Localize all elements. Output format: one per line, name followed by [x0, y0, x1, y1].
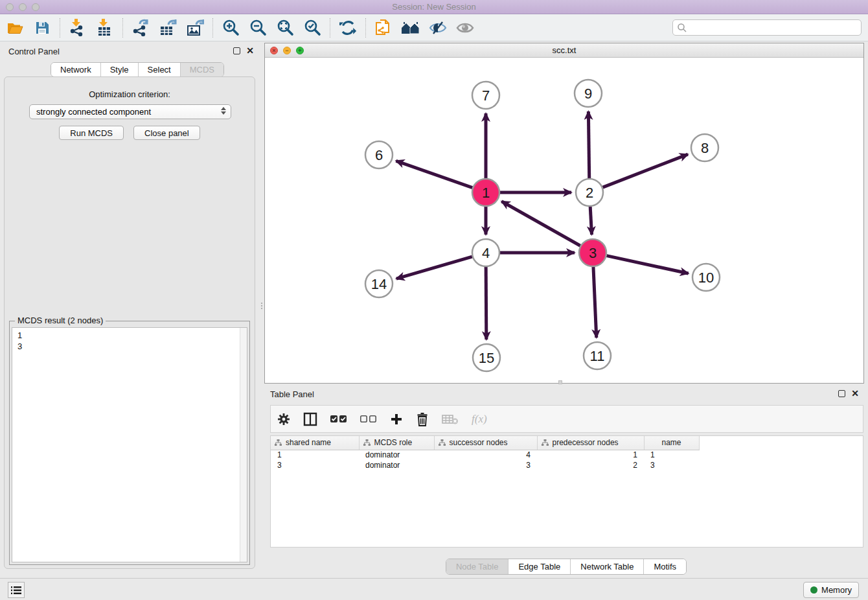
save-session-icon[interactable]	[32, 18, 52, 38]
hide-panel-icon[interactable]	[428, 18, 448, 38]
graph-node-10[interactable]: 10	[692, 264, 720, 291]
cell-successor-nodes[interactable]: 4	[434, 450, 537, 460]
toolbar-separator	[365, 18, 366, 38]
hierarchy-icon	[363, 439, 371, 446]
settings-gear-icon[interactable]	[277, 413, 290, 426]
tab-select[interactable]: Select	[139, 63, 181, 76]
cell-shared-name[interactable]: 3	[271, 460, 359, 470]
column-header-shared-name[interactable]: shared name	[271, 436, 359, 450]
cell-name[interactable]: 1	[644, 450, 699, 460]
graph-node-4[interactable]: 4	[472, 239, 499, 266]
select-all-columns-icon[interactable]	[330, 415, 347, 424]
hierarchy-icon	[542, 439, 549, 446]
graph-node-9[interactable]: 9	[575, 80, 602, 107]
cell-mcds-role[interactable]: dominator	[359, 450, 434, 460]
tab-network-table[interactable]: Network Table	[571, 559, 644, 574]
table-panel-close-icon[interactable]: ✕	[851, 390, 859, 397]
split-columns-icon[interactable]	[303, 412, 317, 426]
control-panel-float-button[interactable]	[233, 47, 240, 54]
unselect-all-columns-icon[interactable]	[360, 415, 377, 424]
network-resize-grip[interactable]	[558, 380, 562, 384]
delete-table-icon[interactable]	[442, 414, 459, 424]
zoom-out-icon[interactable]	[248, 18, 268, 38]
table-panel-float-button[interactable]	[838, 390, 845, 397]
graph-edge-3-1[interactable]	[501, 202, 580, 246]
graph-edge-1-6[interactable]	[396, 161, 472, 187]
function-builder-icon[interactable]: f(x)	[472, 413, 487, 426]
tab-edge-table[interactable]: Edge Table	[508, 559, 571, 574]
tab-mcds[interactable]: MCDS	[181, 63, 223, 76]
graph-edge-3-10[interactable]	[606, 256, 688, 273]
run-mcds-button[interactable]: Run MCDS	[59, 126, 124, 140]
export-image-icon[interactable]	[185, 18, 205, 38]
tab-network[interactable]: Network	[51, 63, 101, 76]
graph-node-14[interactable]: 14	[365, 270, 393, 297]
result-scrollbar[interactable]	[240, 328, 247, 562]
network-canvas[interactable]: 7968124314101511	[265, 58, 863, 383]
graph-edge-2-8[interactable]	[603, 154, 688, 187]
memory-button[interactable]: Memory	[803, 582, 859, 598]
column-header-name[interactable]: name	[644, 436, 699, 450]
graph-node-8[interactable]: 8	[691, 134, 718, 161]
home-panels-icon[interactable]	[401, 18, 420, 38]
import-network-icon[interactable]	[68, 18, 87, 38]
svg-text:7: 7	[482, 87, 490, 104]
graph-node-1[interactable]: 1	[472, 179, 499, 206]
table-row[interactable]: 3 dominator 3 2 3	[271, 460, 699, 470]
svg-text:3: 3	[589, 245, 597, 261]
column-header-predecessor-nodes[interactable]: predecessor nodes	[537, 436, 644, 450]
mcds-panel: Optimization criterion: strongly connect…	[4, 76, 255, 569]
graph-edge-2-3[interactable]	[590, 207, 591, 235]
criterion-select[interactable]: strongly connected component	[29, 104, 231, 119]
graph-node-7[interactable]: 7	[472, 82, 499, 109]
table-row[interactable]: 1 dominator 4 1 1	[271, 450, 699, 460]
column-header-mcds-role[interactable]: MCDS role	[359, 436, 434, 450]
zoom-selected-icon[interactable]	[303, 18, 322, 38]
column-header-successor-nodes[interactable]: successor nodes	[434, 436, 537, 450]
graph-edge-3-11[interactable]	[593, 267, 597, 338]
tab-node-table[interactable]: Node Table	[446, 559, 509, 574]
panel-divider-handle[interactable]	[259, 299, 264, 312]
graph-edge-4-14[interactable]	[396, 257, 472, 279]
control-panel-close-icon[interactable]: ✕	[246, 47, 254, 54]
mcds-result-textarea[interactable]: 1 3	[12, 327, 247, 562]
graph-node-2[interactable]: 2	[576, 179, 603, 206]
cell-mcds-role[interactable]: dominator	[359, 460, 434, 470]
cell-shared-name[interactable]: 1	[271, 450, 359, 460]
zoom-fit-icon[interactable]	[275, 18, 295, 38]
cell-predecessor-nodes[interactable]: 2	[537, 460, 644, 470]
cell-predecessor-nodes[interactable]: 1	[537, 450, 644, 460]
search-box[interactable]	[672, 19, 862, 36]
graph-edge-4-15[interactable]	[486, 267, 486, 340]
tab-motifs[interactable]: Motifs	[644, 559, 686, 574]
cell-name[interactable]: 3	[644, 460, 699, 470]
zoom-in-icon[interactable]	[221, 18, 240, 38]
control-panel-title: Control Panel	[8, 47, 60, 56]
svg-text:9: 9	[584, 86, 592, 102]
tab-style[interactable]: Style	[101, 63, 139, 76]
clone-network-icon[interactable]	[374, 18, 393, 38]
graph-node-15[interactable]: 15	[473, 344, 500, 371]
import-table-icon[interactable]	[95, 18, 115, 38]
select-chevrons-icon	[221, 107, 226, 115]
export-network-icon[interactable]	[131, 18, 150, 38]
result-line: 1	[17, 330, 242, 341]
table-header-row: shared name MCDS role successor nodes pr…	[271, 436, 699, 450]
memory-label: Memory	[821, 585, 852, 595]
delete-column-icon[interactable]	[416, 412, 429, 426]
graph-node-11[interactable]: 11	[584, 342, 611, 369]
export-table-icon[interactable]	[158, 18, 177, 38]
close-panel-button[interactable]: Close panel	[133, 126, 200, 140]
add-column-icon[interactable]	[390, 413, 403, 426]
task-history-button[interactable]	[8, 582, 25, 598]
control-panel-tabs: Network Style Select MCDS	[51, 62, 224, 77]
apply-layout-icon[interactable]	[338, 18, 358, 38]
cell-successor-nodes[interactable]: 3	[434, 460, 537, 470]
svg-text:15: 15	[479, 350, 494, 366]
graph-node-6[interactable]: 6	[365, 141, 393, 168]
search-input[interactable]	[687, 21, 861, 34]
open-session-icon[interactable]	[5, 18, 25, 38]
graph-edge-2-9[interactable]	[588, 111, 589, 178]
graph-node-3[interactable]: 3	[579, 239, 606, 266]
birdseye-view-icon[interactable]	[455, 18, 475, 38]
